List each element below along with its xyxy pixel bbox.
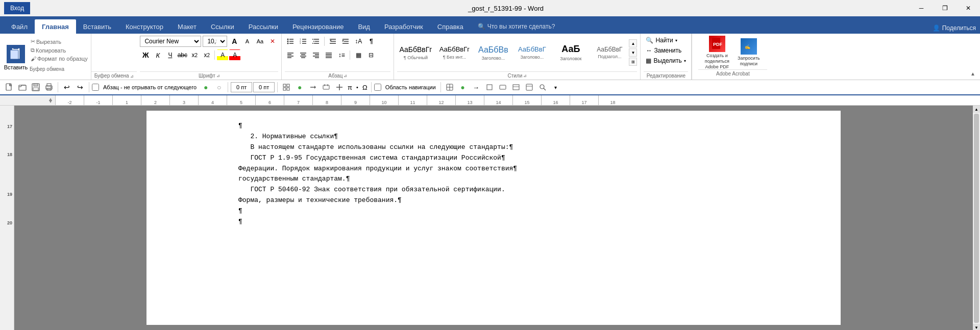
green-circle-btn[interactable]: ●: [457, 81, 469, 93]
align-left-button[interactable]: [285, 49, 296, 61]
align-center-button[interactable]: [298, 49, 309, 61]
request-signatures-button[interactable]: ✍ Запросить подписи: [735, 38, 763, 67]
close-button[interactable]: ✕: [957, 0, 980, 16]
increase-indent-button[interactable]: [340, 36, 351, 47]
align-right-button[interactable]: [310, 49, 322, 61]
redo-button[interactable]: ↪: [74, 81, 86, 93]
justify-button[interactable]: [323, 49, 334, 61]
view-btn-5[interactable]: [333, 81, 346, 93]
bold-button[interactable]: Ж: [140, 49, 151, 61]
styles-scroll-down[interactable]: ▼: [629, 48, 637, 57]
omega-btn[interactable]: Ω: [361, 84, 369, 91]
view-mode-btn1[interactable]: [510, 81, 522, 93]
font-size-select[interactable]: 10,5: [203, 36, 227, 47]
circle-btn-2[interactable]: ○: [213, 81, 225, 93]
font-color-button[interactable]: A: [229, 49, 240, 61]
line-spacing-button[interactable]: ↕≡: [336, 49, 347, 61]
tab-home[interactable]: Главная: [35, 19, 76, 34]
styles-scroll-more[interactable]: ⊞: [629, 58, 637, 66]
bullet-list-button[interactable]: [285, 36, 296, 47]
style-normal[interactable]: АаБбВвГг ¶ Обычный: [397, 37, 434, 68]
pi-btn[interactable]: π: [347, 84, 353, 91]
circle-btn-1[interactable]: ●: [200, 81, 212, 93]
paragraph-expand-icon[interactable]: ⊿: [344, 73, 347, 78]
border-button[interactable]: ⊟: [365, 49, 377, 61]
decrease-indent-button[interactable]: [327, 36, 338, 47]
document-area[interactable]: ¶ 2. Нормативные ссылки¶ В настоящем ста…: [14, 106, 973, 330]
zoom-btn[interactable]: [536, 81, 549, 93]
spacing-before-input[interactable]: [231, 82, 252, 92]
numbered-list-button[interactable]: 1.2.3.: [298, 36, 309, 47]
view-btn-2[interactable]: ●: [293, 81, 306, 93]
clear-format-button[interactable]: ✕: [267, 36, 278, 47]
view-btn-3[interactable]: [307, 81, 319, 93]
vertical-scrollbar[interactable]: ▲ ▼: [973, 106, 980, 330]
format-painter-button[interactable]: 🖌 Формат по образцу: [30, 55, 89, 62]
paragraph-keep-checkbox[interactable]: [92, 84, 99, 91]
frame-btn[interactable]: [483, 81, 496, 93]
open-button[interactable]: [16, 81, 29, 93]
new-doc-button[interactable]: [3, 81, 15, 93]
tell-me-field[interactable]: 🔍 Что вы хотите сделать?: [471, 19, 562, 34]
object-btn[interactable]: [497, 81, 509, 93]
style-no-spacing[interactable]: АаБбВвГг ¶ Без инт...: [436, 37, 473, 68]
tab-mailings[interactable]: Рассылки: [241, 19, 285, 34]
signin-button[interactable]: Вход: [4, 2, 30, 14]
tab-references[interactable]: Ссылки: [204, 19, 241, 34]
change-case-button[interactable]: Aa: [254, 36, 265, 47]
style-subtitle[interactable]: АаБбВвГ Подзагол...: [591, 37, 628, 68]
tab-file[interactable]: Файл: [4, 19, 35, 34]
tab-layout[interactable]: Макет: [170, 19, 204, 34]
sort-button[interactable]: ↕A: [353, 36, 364, 47]
grow-font-button[interactable]: A: [229, 36, 240, 47]
ribbon-collapse-button[interactable]: ▲: [968, 68, 978, 79]
highlight-button[interactable]: A: [217, 49, 228, 61]
more-btn[interactable]: ▾: [550, 81, 562, 93]
copy-button[interactable]: ⧉ Копировать: [30, 46, 89, 54]
arrow-btn[interactable]: →: [470, 81, 482, 93]
undo-button[interactable]: ↩: [61, 81, 73, 93]
subscript-button[interactable]: x2: [189, 49, 200, 61]
superscript-button[interactable]: x2: [201, 49, 212, 61]
tab-design[interactable]: Конструктор: [118, 19, 170, 34]
style-heading1[interactable]: АаБбВв Заголово...: [475, 37, 511, 68]
nav-pane-checkbox[interactable]: [374, 84, 381, 91]
minimize-button[interactable]: ─: [910, 0, 933, 16]
tab-review[interactable]: Рецензирование: [285, 19, 351, 34]
save-button[interactable]: [30, 81, 42, 93]
font-name-select[interactable]: Courier New: [140, 36, 201, 47]
italic-button[interactable]: К: [152, 49, 163, 61]
tab-insert[interactable]: Вставить: [76, 19, 118, 34]
show-hide-button[interactable]: ¶: [365, 36, 377, 47]
scroll-thumb[interactable]: [974, 114, 979, 323]
find-button[interactable]: 🔍 Найти ▾: [644, 36, 679, 45]
styles-expand-icon[interactable]: ⊿: [523, 73, 527, 78]
create-pdf-button[interactable]: PDF Создать и поделиться Adobe PDF: [703, 36, 731, 69]
styles-scroll-up[interactable]: ▲: [629, 39, 637, 47]
underline-button[interactable]: Ч: [164, 49, 176, 61]
scroll-down-button[interactable]: ▼: [973, 324, 980, 330]
tab-help[interactable]: Справка: [430, 19, 471, 34]
clipboard-expand-icon[interactable]: ⊿: [130, 74, 134, 79]
table-insert-btn[interactable]: [444, 81, 456, 93]
shading-button[interactable]: ▦: [353, 49, 364, 61]
scroll-up-button[interactable]: ▲: [973, 106, 980, 113]
multilevel-list-button[interactable]: [310, 36, 322, 47]
font-expand-icon[interactable]: ⊿: [216, 73, 220, 78]
view-mode-btn2[interactable]: [523, 81, 535, 93]
style-heading2[interactable]: АаБбВвГ Заголово...: [513, 37, 550, 68]
print-button[interactable]: [43, 81, 55, 93]
strikethrough-button[interactable]: abc: [177, 49, 188, 61]
view-btn-1[interactable]: [280, 81, 292, 93]
view-btn-4[interactable]: [320, 81, 332, 93]
restore-button[interactable]: ❐: [933, 0, 957, 16]
shrink-font-button[interactable]: A: [241, 36, 253, 47]
spacing-after-input[interactable]: [253, 82, 275, 92]
paste-button[interactable]: Вставить: [2, 36, 30, 80]
select-button[interactable]: ▦ Выделить ▾: [644, 56, 688, 65]
tab-view[interactable]: Вид: [351, 19, 377, 34]
tab-developer[interactable]: Разработчик: [377, 19, 430, 34]
style-heading3[interactable]: АаБ Заголовок: [552, 37, 589, 68]
cut-button[interactable]: ✂ Вырезать: [30, 38, 89, 45]
replace-button[interactable]: ↔ Заменить: [644, 46, 683, 55]
